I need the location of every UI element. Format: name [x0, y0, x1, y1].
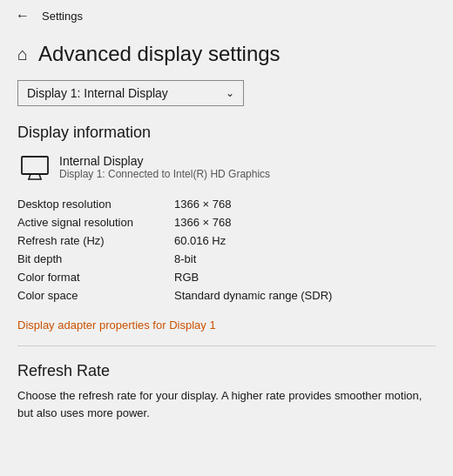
info-row: Desktop resolution1366 × 768: [17, 195, 436, 213]
display-info-table: Desktop resolution1366 × 768Active signa…: [17, 195, 436, 305]
monitor-icon: [21, 156, 49, 183]
display-info-heading: Display information: [17, 124, 436, 142]
chevron-down-icon: ⌄: [226, 87, 234, 99]
info-row: Active signal resolution1366 × 768: [17, 213, 436, 231]
display-selector-value: Display 1: Internal Display: [27, 86, 168, 100]
info-row: Refresh rate (Hz)60.016 Hz: [17, 231, 436, 250]
info-row-label: Active signal resolution: [17, 213, 174, 231]
title-bar-text: Settings: [42, 10, 83, 23]
svg-rect-0: [22, 157, 48, 174]
info-row-value: 1366 × 768: [174, 195, 436, 213]
info-row: Color spaceStandard dynamic range (SDR): [17, 286, 436, 305]
info-row: Color formatRGB: [17, 268, 436, 286]
device-name: Internal Display: [59, 154, 270, 168]
info-row-label: Color space: [17, 286, 174, 305]
display-selector[interactable]: Display 1: Internal Display ⌄: [17, 80, 244, 106]
info-row-value: Standard dynamic range (SDR): [174, 286, 436, 305]
page-title: Advanced display settings: [38, 42, 281, 66]
info-row-value: 1366 × 768: [174, 213, 436, 231]
info-row-label: Color format: [17, 268, 174, 286]
title-bar: ← Settings: [0, 0, 453, 31]
info-row-value: 60.016 Hz: [174, 231, 436, 250]
display-device: Internal Display Display 1: Connected to…: [17, 154, 436, 183]
divider: [17, 345, 436, 346]
info-row: Bit depth8-bit: [17, 250, 436, 268]
back-button[interactable]: ←: [10, 6, 35, 25]
info-row-value: 8-bit: [174, 250, 436, 268]
refresh-title: Refresh Rate: [17, 362, 436, 380]
display-info-section: Display information Internal Display Dis…: [17, 124, 436, 332]
info-row-label: Bit depth: [17, 250, 174, 268]
info-row-label: Desktop resolution: [17, 195, 174, 213]
device-info-text: Internal Display Display 1: Connected to…: [59, 154, 270, 180]
refresh-desc: Choose the refresh rate for your display…: [17, 387, 436, 421]
main-content: ⌂ Advanced display settings Display 1: I…: [0, 31, 453, 439]
home-icon: ⌂: [17, 44, 28, 64]
page-header: ⌂ Advanced display settings: [17, 42, 436, 66]
adapter-link[interactable]: Display adapter properties for Display 1: [17, 318, 216, 332]
device-subtitle: Display 1: Connected to Intel(R) HD Grap…: [59, 168, 270, 180]
info-row-value: RGB: [174, 268, 436, 286]
refresh-section: Refresh Rate Choose the refresh rate for…: [17, 362, 436, 421]
info-row-label: Refresh rate (Hz): [17, 231, 174, 250]
